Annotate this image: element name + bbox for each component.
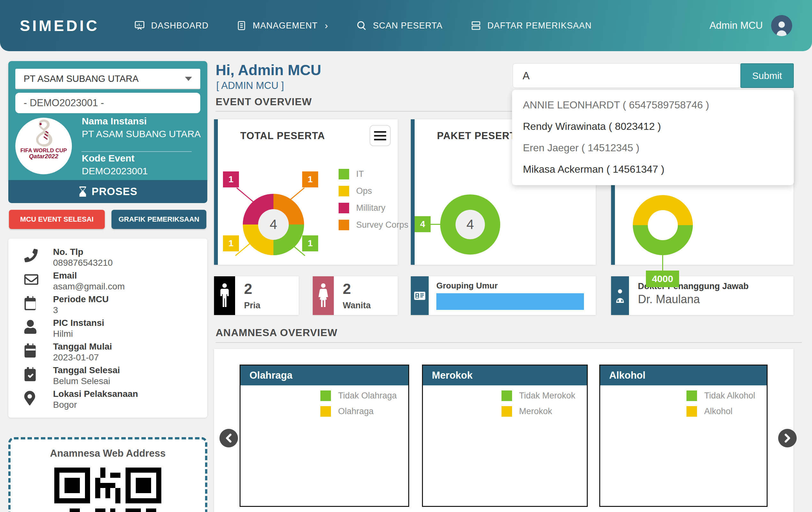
kode-event-value: DEMO2023001 [82,166,148,177]
detail-value: 3 [53,304,109,316]
legend-item: IT [339,169,409,180]
nav-item-label: DAFTAR PEMERIKSAAN [488,21,592,31]
avatar[interactable] [771,15,792,36]
calendar-check-icon [24,367,41,382]
legend-swatch [339,203,349,213]
submit-button[interactable]: Submit [741,63,794,88]
company-select[interactable]: PT ASAM SUBANG UTARA [15,69,200,89]
dokter-value: Dr. Maulana [638,293,749,306]
detail-label: No. Tlp [53,247,113,257]
event-overview-title: EVENT OVERVIEW [215,96,312,108]
male-icon [214,276,235,315]
search-result-item[interactable]: Eren Jaeger ( 14512345 ) [512,137,794,159]
donut-center-value: 4 [258,209,289,240]
detail-periode: Periode MCU3 [8,294,207,318]
detail-email: Emailasam@gmail.com [8,271,207,294]
search-result-item[interactable]: Mikasa Ackerman ( 14561347 ) [512,159,794,180]
simedic-dashboard: SIMEDIC DASHBOARD MANAGEMENT › SCAN PESE… [0,0,812,512]
chart-title: TOTAL PESERTA [240,130,325,142]
donut-center [648,210,678,240]
search-input[interactable] [513,63,741,88]
overview-donut-3 [633,195,693,255]
doctor-icon [611,276,629,315]
legend-label: Survey Corps [356,220,409,230]
nav-item-label: DASHBOARD [151,21,209,31]
divider [82,151,192,152]
qr-code [54,467,161,512]
grouping-umur-bar[interactable] [436,293,584,310]
instansi-label: Nama Instansi [82,116,147,127]
instansi-value: PT ASAM SUBANG UTARA [82,129,201,139]
chevron-down-icon [185,77,192,81]
legend-swatch [320,390,331,401]
detail-lokasi: Lokasi PelaksanaanBogor [8,389,207,412]
logo-line2: Qatar2022 [29,153,58,160]
donut-center-value: 4 [456,210,485,239]
legend-swatch [320,406,331,417]
user-role: [ ADMIN MCU ] [216,80,284,91]
grafik-pemeriksaan-button[interactable]: GRAFIK PEMERIKSAAN [112,210,206,229]
anamnesa-overview-title: ANAMNESA OVERVIEW [215,327,337,339]
legend-swatch [501,390,512,401]
female-icon [313,276,334,315]
event-code-input[interactable] [15,93,200,113]
search-result-item[interactable]: ANNIE LEONHARDT ( 6547589758746 ) [512,95,794,116]
data-label: 4000 [646,271,679,287]
person-icon [24,320,41,335]
wanita-label: Wanita [343,301,371,311]
card-accent-stripe [214,119,218,265]
nav-menu: DASHBOARD MANAGEMENT › SCAN PESERTA DAFT… [134,20,591,31]
list-stack-icon [470,20,482,31]
search-result-item[interactable]: Rendy Wirawinata ( 8023412 ) [512,116,794,137]
detail-label: Email [53,271,124,281]
anamnesa-web-address-panel: Anamnesa Web Address [8,437,207,512]
paket-peserta-donut: 4 [440,194,500,254]
divider [215,342,802,343]
brand-logo[interactable]: SIMEDIC [20,17,99,34]
nav-item-dashboard[interactable]: DASHBOARD [134,20,209,31]
wanita-stat-card: 2 Wanita [313,276,398,315]
total-peserta-donut: 4 [243,194,304,255]
event-details-card: No. Tlp089876543210 Emailasam@gmail.com … [8,239,207,417]
user-name[interactable]: Admin MCU [709,20,763,31]
olahraga-header: Olahraga [240,366,408,385]
alkohol-chart-card: Alkohol Tidak Alkohol Alkohol [599,365,767,507]
envelope-icon [24,272,41,288]
grouping-umur-label: Grouping Umur [436,281,584,291]
fifa-qatar-logo-swirl [30,118,58,149]
search-results-dropdown: ANNIE LEONHARDT ( 6547589758746 ) Rendy … [512,90,794,185]
calendar-icon [24,296,41,312]
clipboard-list-icon [236,20,247,31]
legend-label: IT [356,169,364,179]
data-label: 1 [302,171,318,187]
hamburger-menu-icon[interactable] [370,125,391,146]
legend-swatch [339,186,349,196]
nav-item-label: SCAN PESERTA [373,21,443,31]
search-icon [356,20,367,31]
detail-label: Lokasi Pelaksanaan [53,389,138,399]
legend-label: Ops [356,186,372,196]
grouping-umur-card: Grouping Umur [411,276,596,315]
detail-value: 2023-01-07 [53,352,112,363]
page-greeting: Hi, Admin MCU [215,61,321,79]
detail-pic: PIC InstansiHilmi [8,318,207,342]
person-icon [775,20,789,36]
nav-item-daftar-pemeriksaan[interactable]: DAFTAR PEMERIKSAAN [470,20,592,31]
carousel-prev-button[interactable] [220,429,238,448]
calendar-icon [24,344,41,359]
detail-value: Belum Selesai [53,375,120,387]
detail-label: Tanggal Selesai [53,365,120,375]
nav-item-management[interactable]: MANAGEMENT › [236,20,328,31]
navbar: SIMEDIC DASHBOARD MANAGEMENT › SCAN PESE… [0,0,812,51]
legend-item: Millitary [339,203,409,213]
alkohol-header: Alkohol [600,366,766,385]
legend-swatch [339,220,349,230]
wanita-count: 2 [343,281,371,296]
mcu-event-selesai-button[interactable]: MCU EVENT SELESAI [9,210,105,229]
nav-item-scan-peserta[interactable]: SCAN PESERTA [356,20,443,31]
logo-line1: FIFA WORLD CUP [21,148,67,153]
carousel-next-button[interactable] [778,429,797,448]
merokok-header: Merokok [423,366,587,385]
detail-value: 089876543210 [53,257,113,268]
status-badge: PROSES [8,180,207,203]
